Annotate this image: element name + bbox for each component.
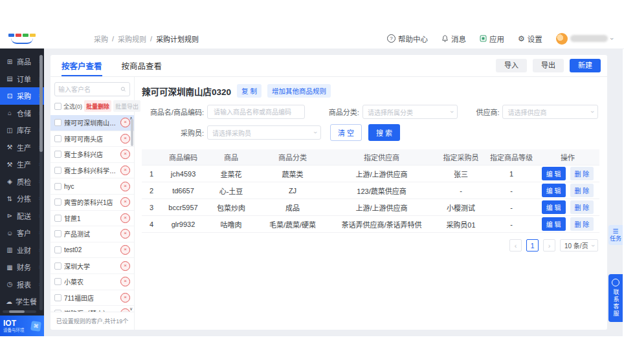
sidebar-item-reports[interactable]: ◷报表 [0, 276, 44, 294]
client-checkbox[interactable] [54, 198, 61, 206]
batch-delete-button[interactable]: 批量删除 [84, 100, 111, 112]
client-checkbox[interactable] [54, 230, 61, 237]
client-list-item[interactable]: 辣可可南头店 [50, 131, 134, 147]
page-number-button[interactable]: 1 [526, 239, 539, 252]
remove-client-icon[interactable] [120, 149, 130, 159]
client-checkbox[interactable] [54, 151, 61, 158]
prev-page-button[interactable]: ‹ [509, 239, 522, 252]
search-button[interactable]: 搜 索 [368, 124, 400, 141]
tab-by-product[interactable]: 按商品查看 [122, 55, 162, 76]
sidebar-item-purchase[interactable]: ⊡采购 [0, 87, 44, 105]
remove-client-icon[interactable] [120, 229, 130, 239]
delete-button[interactable]: 删 除 [570, 184, 594, 197]
sidebar-item-production-2[interactable]: ⚒生产 [0, 156, 44, 173]
client-checkbox[interactable] [54, 119, 61, 126]
remove-client-icon[interactable] [120, 134, 130, 144]
sidebar-hscroll-thumb[interactable] [9, 310, 25, 313]
remove-client-icon[interactable] [120, 166, 130, 175]
tab-by-customer[interactable]: 按客户查看 [61, 55, 102, 76]
copy-button[interactable]: 复 制 [237, 84, 262, 98]
sidebar-item-customers[interactable]: ☺客户 [0, 224, 44, 242]
iot-banner[interactable]: IOT 设备与环境 ⌘ [0, 316, 44, 336]
client-list-item[interactable]: 甘蔗1 [50, 211, 134, 227]
export-button[interactable]: 导出 [533, 59, 564, 72]
client-list-item[interactable]: 小菜农 [50, 274, 134, 290]
client-list-item[interactable]: 深圳大学 [50, 258, 134, 274]
sidebar-item-business-finance[interactable]: ▥业财 [0, 242, 44, 259]
import-button[interactable]: 导入 [496, 59, 527, 72]
client-list-item[interactable]: 赛士多科兴科学园2号1120 [50, 163, 134, 179]
client-checkbox[interactable] [54, 310, 61, 312]
add-product-rule-button[interactable]: 增加其他商品规则 [267, 84, 331, 98]
sidebar-scrollbar-thumb[interactable] [39, 55, 43, 152]
remove-client-icon[interactable] [120, 245, 130, 255]
client-list-item[interactable]: 爽雪的茶科兴1店 [50, 195, 134, 211]
clear-button[interactable]: 清 空 [330, 124, 362, 141]
delete-button[interactable]: 删 除 [570, 167, 594, 180]
sidebar-item-finance[interactable]: ▦财务 [0, 259, 44, 276]
sidebar-item-student-meals[interactable]: ☁学生餐 [0, 293, 44, 310]
client-search-input[interactable] [58, 86, 118, 93]
messages-link[interactable]: 消息 [441, 34, 466, 44]
edit-button[interactable]: 编 辑 [542, 200, 566, 214]
sidebar-item-warehouse[interactable]: ⌂仓储 [0, 105, 44, 122]
sidebar-item-inventory[interactable]: ◫库存 [0, 122, 44, 139]
breadcrumb-item[interactable]: 采购 [94, 34, 108, 44]
client-list-item[interactable]: 崖隆汇（麓山） [50, 306, 134, 312]
client-checkbox[interactable] [54, 183, 61, 190]
buyer-select[interactable]: 请选择采购员 [207, 125, 321, 140]
client-list-item[interactable]: 产品测试 [50, 226, 134, 242]
contact-service-float-button[interactable]: 联系客服 [608, 274, 623, 322]
product-name-input[interactable] [212, 108, 300, 116]
sidebar: ⊞商品▤订单⊡采购⌂仓储◫库存⚒生产⚒生产◈质检⇅分拣⊳配送☺客户▥业财▦财务◷… [0, 48, 44, 316]
remove-client-icon[interactable] [120, 118, 130, 127]
user-menu[interactable] [556, 33, 612, 45]
remove-client-icon[interactable] [120, 197, 130, 207]
task-float-button[interactable]: ☰ 任务 [608, 225, 623, 245]
delete-button[interactable]: 删 除 [570, 200, 594, 214]
client-list-item[interactable]: hyc [50, 178, 134, 195]
remove-client-icon[interactable] [120, 261, 130, 271]
remove-client-icon[interactable] [120, 293, 130, 303]
batch-export-button[interactable]: 批量导出 [113, 100, 140, 112]
apps-link[interactable]: 应用 [480, 34, 504, 44]
app-logo[interactable] [0, 28, 44, 48]
client-list-item[interactable]: 辣可可深圳南山店0320 [50, 115, 134, 131]
client-checkbox[interactable] [54, 167, 61, 174]
delete-button[interactable]: 删 除 [570, 217, 594, 231]
sidebar-item-sorting[interactable]: ⇅分拣 [0, 190, 44, 208]
sidebar-item-goods[interactable]: ⊞商品 [0, 53, 44, 70]
client-checkbox[interactable] [54, 135, 61, 142]
remove-client-icon[interactable] [120, 182, 130, 191]
client-name: 辣可可南头店 [64, 134, 118, 144]
remove-client-icon[interactable] [120, 308, 130, 312]
client-checkbox[interactable] [54, 246, 61, 253]
breadcrumb-item[interactable]: 采购规则 [118, 34, 146, 44]
client-checkbox[interactable] [54, 215, 61, 222]
help-center-link[interactable]: 帮助中心 [387, 34, 428, 44]
edit-button[interactable]: 编 辑 [542, 167, 566, 180]
client-list-scrollbar-thumb[interactable] [131, 119, 133, 146]
client-checkbox[interactable] [54, 294, 61, 301]
scroll-down-icon[interactable]: ∨ [129, 306, 133, 311]
client-list-item[interactable]: 711福田店 [50, 290, 134, 306]
next-page-button[interactable]: › [543, 239, 555, 252]
page-size-select[interactable]: 10 条/页 [560, 239, 598, 252]
client-list-item[interactable]: 赛士多科兴店 [50, 147, 134, 163]
supplier-select[interactable]: 请选择供应商 [502, 105, 598, 119]
category-select[interactable]: 请选择所属分类 [362, 105, 458, 119]
remove-client-icon[interactable] [120, 213, 130, 223]
sidebar-item-production-1[interactable]: ⚒生产 [0, 139, 44, 156]
client-list-item[interactable]: test02 [50, 242, 134, 259]
create-button[interactable]: 新建 [570, 59, 601, 72]
client-checkbox[interactable] [54, 262, 61, 270]
remove-client-icon[interactable] [120, 277, 130, 286]
sidebar-item-delivery[interactable]: ⊳配送 [0, 208, 44, 225]
settings-link[interactable]: ⚙ 设置 [518, 34, 542, 44]
select-all-checkbox[interactable] [54, 103, 61, 110]
edit-button[interactable]: 编 辑 [542, 217, 566, 231]
sidebar-item-quality[interactable]: ◈质检 [0, 173, 44, 191]
edit-button[interactable]: 编 辑 [542, 184, 566, 197]
client-checkbox[interactable] [54, 278, 61, 285]
sidebar-item-orders[interactable]: ▤订单 [0, 70, 44, 88]
